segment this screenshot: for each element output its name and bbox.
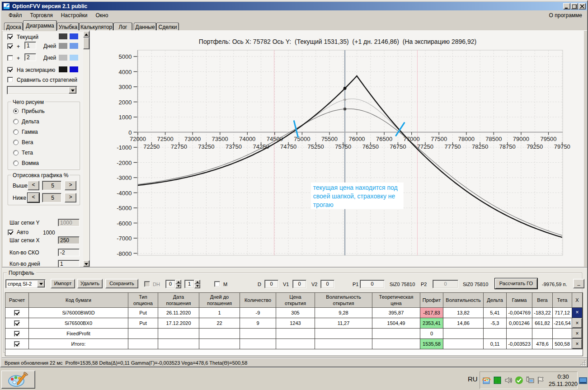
p1-field[interactable]: 0 xyxy=(360,280,385,288)
portfolio-combo-dropdown-button[interactable] xyxy=(37,280,45,287)
col-header-13[interactable]: Гамма xyxy=(507,293,532,308)
dh-spinner-1-up[interactable] xyxy=(175,280,181,284)
taskbar-paint-button[interactable] xyxy=(1,371,35,389)
col-header-5[interactable]: Дней допогашения xyxy=(199,293,240,308)
save-button[interactable]: Сохранить xyxy=(105,279,138,288)
tray-check-icon[interactable] xyxy=(515,376,523,385)
render-dec-button[interactable]: < xyxy=(28,181,39,190)
legend-checkbox-2[interactable] xyxy=(7,43,13,49)
dh-spinner-2-field[interactable]: 1 xyxy=(184,280,194,288)
col-header-15[interactable]: Тета xyxy=(553,293,572,308)
m-checkbox[interactable] xyxy=(214,281,220,287)
v2-field[interactable]: 0 xyxy=(320,280,334,288)
delete-button[interactable]: Удалить xyxy=(77,279,103,288)
dh-checkbox[interactable] xyxy=(144,281,150,287)
render-inc-button[interactable]: > xyxy=(65,181,76,190)
radio-2[interactable] xyxy=(13,119,19,124)
menu-settings[interactable]: Настройки xyxy=(57,11,92,19)
col-header-7[interactable]: Ценаоткрытия xyxy=(276,293,315,308)
calc-go-button[interactable]: Рассчитать ГО xyxy=(495,278,537,289)
col-header-1[interactable]: Расчет xyxy=(5,293,29,308)
grid-step-x-field[interactable]: 250 xyxy=(58,236,80,244)
col-header-10[interactable]: Профит xyxy=(420,293,443,308)
tray-flag-icon[interactable] xyxy=(536,376,545,385)
dh-spinner-1-down[interactable] xyxy=(175,284,181,288)
radio-3[interactable] xyxy=(13,129,19,135)
strategy-combo-dropdown-button[interactable] xyxy=(69,87,76,94)
menu-trading[interactable]: Торговля xyxy=(26,11,57,19)
collapse-panel-button[interactable]: _ xyxy=(573,279,584,288)
tray-clock[interactable]: 0:30 25.11.2020 xyxy=(549,373,578,388)
import-button[interactable]: Импорт xyxy=(51,279,75,288)
scroll-down-button[interactable] xyxy=(83,260,89,267)
row-calc-checkbox[interactable] xyxy=(14,331,20,337)
col-header-14[interactable]: Вега xyxy=(532,293,553,308)
sidebar-scrollbar[interactable] xyxy=(83,31,89,267)
scrollbar-thumb[interactable] xyxy=(83,38,89,49)
tray-volume-icon[interactable] xyxy=(504,376,513,385)
payoff-chart[interactable]: 500040003000200010000-1000-2000-3000-400… xyxy=(90,30,584,267)
col-header-4[interactable]: Датапогашения xyxy=(158,293,199,308)
row-remove-button[interactable]: × xyxy=(572,318,582,328)
radio-1[interactable] xyxy=(13,108,19,114)
col-header-12[interactable]: Дельта xyxy=(484,293,507,308)
radio-4[interactable] xyxy=(13,140,19,145)
titlebar[interactable]: OptionFVV версия 2.1 public xyxy=(2,2,587,10)
tray-network-icon[interactable] xyxy=(526,376,534,385)
render-value-field[interactable]: 5 xyxy=(42,181,61,190)
col-header-6[interactable]: Количество xyxy=(240,293,276,308)
render-dec-button[interactable]: < xyxy=(28,193,39,202)
col-header-16[interactable]: X xyxy=(572,293,583,308)
tray-windows-icon[interactable] xyxy=(482,376,491,385)
row-remove-button[interactable]: × xyxy=(572,308,582,318)
show-desktop-icon[interactable] xyxy=(579,377,587,385)
col-header-9[interactable]: Теоретическаяцена xyxy=(372,293,420,308)
row-calc-checkbox[interactable] xyxy=(14,320,20,326)
row-calc-checkbox[interactable] xyxy=(14,341,20,347)
legend-days-input[interactable]: 1 xyxy=(24,42,36,49)
language-indicator[interactable]: RU xyxy=(468,375,478,383)
grid-step-y-field[interactable]: 1000 xyxy=(58,219,80,226)
resize-grip[interactable] xyxy=(580,360,586,366)
scroll-up-button[interactable] xyxy=(83,31,89,38)
maximize-button[interactable] xyxy=(571,3,578,9)
compare-checkbox[interactable] xyxy=(7,77,13,83)
dh-spinner-2-down[interactable] xyxy=(194,284,200,288)
col-header-8[interactable]: Волатильностьоткрытия xyxy=(315,293,372,308)
legend-checkbox-3[interactable] xyxy=(7,55,13,61)
portfolio-combobox[interactable]: спред SI-2 xyxy=(5,279,46,288)
render-inc-button[interactable]: > xyxy=(65,193,76,202)
minimize-button[interactable] xyxy=(563,3,570,9)
p2-field[interactable]: 0 xyxy=(433,280,458,288)
dh-spinner-2-up[interactable] xyxy=(194,280,200,284)
menu-file[interactable]: Файл xyxy=(5,11,26,19)
auto-checkbox[interactable] xyxy=(8,230,14,235)
tray-grid-icon[interactable] xyxy=(493,376,502,385)
menu-about[interactable]: О программе xyxy=(549,12,582,19)
strategy-combobox[interactable] xyxy=(7,86,77,94)
row-remove-button[interactable]: × xyxy=(572,339,582,349)
radio-5[interactable] xyxy=(13,150,19,155)
dh-spinner-1-field[interactable]: 0 xyxy=(165,280,175,288)
col-header-3[interactable]: Типопциона xyxy=(128,293,158,308)
sko-count-field[interactable]: -2 xyxy=(58,249,80,256)
render-value-field[interactable]: 5 xyxy=(42,193,61,202)
tab-2[interactable]: Диаграмма xyxy=(23,20,57,31)
legend-days-input[interactable]: 2 xyxy=(24,53,36,61)
tab-4[interactable]: Калькулятор xyxy=(79,23,113,31)
legend-checkbox-1[interactable] xyxy=(7,34,13,40)
days-count-field[interactable]: 1 xyxy=(58,260,80,268)
v1-field[interactable]: 0 xyxy=(292,280,306,288)
close-button[interactable] xyxy=(579,3,586,9)
tab-7[interactable]: Сделки xyxy=(156,23,179,31)
col-header-2[interactable]: Код бумаги xyxy=(29,293,128,308)
col-header-11[interactable]: Волатильность xyxy=(443,293,484,308)
row-remove-button[interactable]: × xyxy=(572,329,582,338)
tab-5[interactable]: Лог xyxy=(113,23,132,31)
tab-3[interactable]: Улыбка xyxy=(57,23,79,31)
d-field[interactable]: 0 xyxy=(264,280,278,288)
row-calc-checkbox[interactable] xyxy=(14,310,20,316)
legend-checkbox-4[interactable] xyxy=(7,67,13,73)
radio-6[interactable] xyxy=(13,160,19,166)
tab-6[interactable]: Данные xyxy=(134,23,156,31)
